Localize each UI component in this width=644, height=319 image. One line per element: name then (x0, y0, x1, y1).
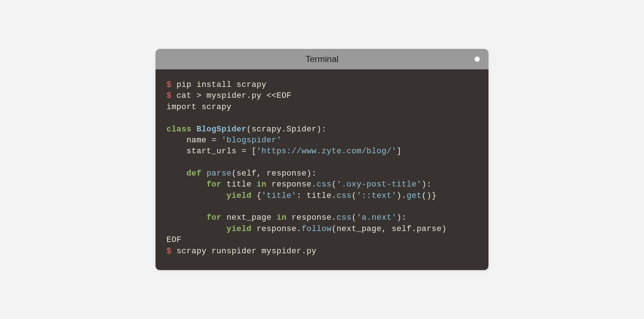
string-literal: 'blogspider' (222, 136, 281, 145)
prompt-symbol: $ (166, 80, 172, 89)
code-text: ): (396, 213, 406, 222)
code-text: title (222, 180, 257, 189)
keyword-class: class (166, 125, 192, 134)
keyword-in: in (276, 213, 286, 222)
method-css: css (317, 180, 331, 189)
code-text: (next_page, self.parse) (331, 224, 446, 234)
command-pip-install: pip install scrapy (176, 80, 267, 89)
method-get: get (407, 191, 422, 200)
code-text: ). (396, 191, 406, 200)
keyword-for: for (207, 180, 222, 189)
terminal-body[interactable]: $ pip install scrapy $ cat > myspider.py… (156, 69, 488, 270)
code-text: ] (396, 147, 402, 156)
code-text: ()} (422, 191, 437, 200)
code-text: { (252, 191, 261, 200)
code-text: response. (287, 213, 337, 222)
function-name: parse (207, 169, 232, 178)
method-follow: follow (302, 224, 331, 234)
code-text: (scrapy.Spider): (246, 125, 326, 134)
heredoc-eof: EOF (166, 235, 181, 245)
code-text: ): (422, 180, 432, 189)
title-bar: Terminal (156, 49, 488, 69)
method-css: css (337, 213, 352, 222)
prompt-symbol: $ (166, 91, 172, 100)
code-text: ( (352, 213, 357, 222)
string-literal: '.oxy-post-title' (337, 180, 422, 189)
command-cat-heredoc: cat > myspider.py <<EOF (176, 91, 291, 100)
code-text: ( (331, 180, 337, 189)
class-name: BlogSpider (196, 125, 246, 134)
code-text: response. (267, 180, 317, 189)
keyword-for: for (207, 213, 222, 222)
code-text: name = (166, 136, 222, 145)
code-import: import scrapy (166, 103, 231, 112)
command-scrapy-run: scrapy runspider myspider.py (176, 247, 317, 256)
window-title: Terminal (306, 54, 339, 64)
string-literal: '::text' (357, 191, 397, 200)
code-text: response. (252, 224, 302, 234)
code-text: start_urls = [ (166, 147, 257, 156)
string-literal: 'a.next' (357, 213, 397, 222)
keyword-yield: yield (226, 224, 252, 234)
code-text: (self, response): (231, 169, 317, 178)
code-text: next_page (222, 213, 277, 222)
window-control-dot[interactable] (475, 57, 480, 62)
terminal-window: Terminal $ pip install scrapy $ cat > my… (156, 49, 488, 270)
terminal-code[interactable]: $ pip install scrapy $ cat > myspider.py… (166, 80, 478, 257)
string-literal: 'https://www.zyte.com/blog/' (257, 147, 397, 156)
prompt-symbol: $ (166, 247, 172, 256)
method-css: css (337, 191, 352, 200)
keyword-in: in (257, 180, 267, 189)
code-text: : title. (296, 191, 337, 200)
string-literal: 'title' (261, 191, 296, 200)
keyword-yield: yield (226, 191, 252, 200)
code-text: ( (352, 191, 357, 200)
keyword-def: def (187, 169, 202, 178)
